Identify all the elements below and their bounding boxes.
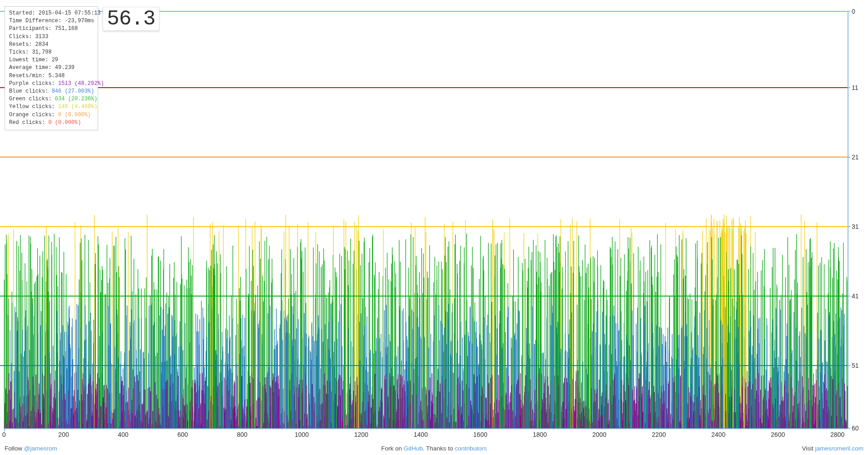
stat-row-lowest-time: Lowest time: 29 [9, 56, 94, 64]
stat-label: Clicks: [9, 34, 35, 40]
stat-value: 140 (4.469%) [58, 104, 97, 110]
stat-label: Blue clicks: [9, 88, 52, 94]
x-tick-label: 800 [237, 431, 248, 438]
stat-label: Average time: [9, 64, 55, 71]
github-link[interactable]: GitHub [404, 445, 423, 452]
y-tick [848, 11, 850, 12]
x-tick-label: 2800 [830, 431, 844, 438]
x-tick-label: 1800 [533, 431, 547, 438]
green-flair-threshold-line [0, 296, 848, 297]
stat-value: 634 (20.236%) [55, 96, 98, 102]
stat-value: 49.239 [55, 64, 74, 71]
reset-bars-chart [0, 0, 868, 455]
x-tick-label: 1200 [354, 431, 368, 438]
yellow-flair-threshold-line [0, 226, 848, 227]
stat-label: Red clicks: [9, 119, 48, 126]
stat-value: 2015-04-15 07:55:13 [39, 10, 101, 16]
stat-value: 3133 [35, 34, 49, 40]
stat-row-blue-clicks: Blue clicks: 846 (27.003%) [9, 88, 94, 95]
x-tick-label: 0 [2, 431, 6, 438]
stat-label: Orange clicks: [9, 112, 58, 118]
footer-fork: Fork on GitHub. Thanks to contributors [0, 445, 868, 452]
stat-label: Resets/min: [9, 73, 48, 79]
y-tick-label: 11 [852, 84, 858, 91]
current-timer-value: 56.3 [107, 7, 155, 31]
x-tick-label: 2400 [711, 431, 725, 438]
stat-row-average-time: Average time: 49.239 [9, 64, 94, 72]
stat-row-purple-clicks: Purple clicks: 1513 (48.292%) [9, 80, 94, 88]
x-tick-label: 200 [58, 431, 69, 438]
stats-panel: Started: 2015-04-15 07:55:13Time Differe… [5, 6, 98, 130]
footer: Follow @jamesrom Fork on GitHub. Thanks … [0, 445, 868, 454]
x-tick-label: 1400 [414, 431, 428, 438]
stat-label: Green clicks: [9, 96, 55, 102]
x-tick-label: 600 [177, 431, 188, 438]
button-stats-page: 0112131415160020040060080010001200140016… [0, 0, 868, 455]
blue-flair-threshold-line [0, 365, 848, 366]
x-axis-line [4, 428, 848, 429]
stat-label: Ticks: [9, 49, 32, 55]
y-tick-label: 60 [852, 425, 859, 431]
stat-value: 0 (0.000%) [48, 119, 81, 126]
y-tick [848, 226, 850, 227]
stat-value: 846 (27.003%) [52, 88, 94, 94]
stat-row-green-clicks: Green clicks: 634 (20.236%) [9, 95, 94, 103]
contributors-link[interactable]: contributors [455, 445, 487, 452]
stat-value: -23,970ms [64, 18, 94, 24]
current-timer-box: 56.3 [103, 7, 159, 31]
stat-label: Yellow clicks: [9, 104, 58, 110]
footer-fork-text: Fork on [381, 445, 404, 452]
footer-visit-text: Visit [802, 445, 815, 452]
stat-row-red-clicks: Red clicks: 0 (0.000%) [9, 119, 94, 127]
stat-row-resets-min: Resets/min: 5.348 [9, 72, 94, 80]
y-tick [848, 365, 850, 366]
footer-thanks-text: . Thanks to [423, 445, 455, 452]
orange-flair-threshold-line [0, 157, 848, 158]
y-tick-label: 51 [852, 362, 859, 369]
y-tick-label: 21 [852, 154, 859, 160]
stat-value: 29 [52, 57, 58, 63]
y-tick-label: 31 [852, 223, 859, 230]
stat-row-participants: Participants: 751,168 [9, 25, 94, 33]
x-tick-label: 1600 [473, 431, 487, 438]
stat-label: Time Difference: [9, 18, 64, 24]
y-tick [848, 296, 850, 297]
stat-row-resets: Resets: 2834 [9, 41, 94, 49]
stat-row-time-difference: Time Difference: -23,970ms [9, 17, 94, 25]
stat-value: 2834 [35, 41, 49, 48]
red-flair-threshold-line [0, 87, 848, 88]
stat-value: 751,168 [55, 25, 78, 32]
stat-value: 5.348 [48, 73, 64, 79]
stat-value: 1513 (48.292%) [58, 80, 104, 87]
y-tick [848, 428, 850, 429]
stat-value: 0 (0.000%) [58, 112, 91, 118]
stat-label: Purple clicks: [9, 80, 58, 87]
stat-label: Started: [9, 10, 39, 16]
stat-row-orange-clicks: Orange clicks: 0 (0.000%) [9, 111, 94, 119]
x-tick-label: 2000 [592, 431, 606, 438]
stat-row-ticks: Ticks: 31,798 [9, 49, 94, 56]
stat-row-started: Started: 2015-04-15 07:55:13 [9, 10, 94, 17]
y-tick [848, 87, 850, 88]
stat-label: Resets: [9, 41, 35, 48]
stat-label: Participants: [9, 25, 55, 32]
x-tick-label: 1000 [295, 431, 309, 438]
y-tick-label: 0 [852, 8, 855, 15]
stat-row-clicks: Clicks: 3133 [9, 33, 94, 41]
stat-row-yellow-clicks: Yellow clicks: 140 (4.469%) [9, 103, 94, 111]
x-tick-label: 2200 [652, 431, 666, 438]
stat-value: 31,798 [32, 49, 51, 55]
y-tick-label: 41 [852, 293, 859, 299]
x-tick-label: 2600 [771, 431, 785, 438]
footer-visit: Visit jamesromeril.com [802, 445, 863, 452]
homepage-link[interactable]: jamesromeril.com [815, 445, 863, 452]
y-tick [848, 157, 850, 158]
x-tick-label: 400 [118, 431, 128, 438]
stat-label: Lowest time: [9, 57, 52, 63]
